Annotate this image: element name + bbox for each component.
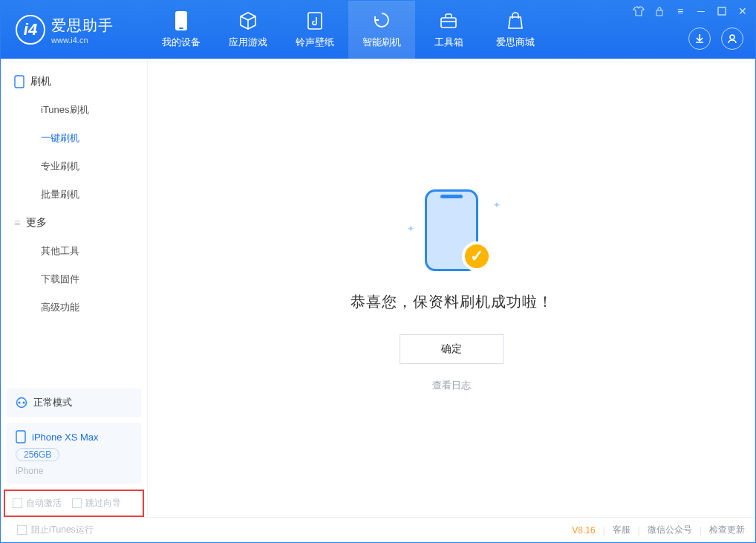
body: 刷机 iTunes刷机 一键刷机 专业刷机 批量刷机 ≡ 更多 其他工具 下载固… [1,59,755,517]
flash-options-highlight: 自动激活 跳过向导 [4,490,144,517]
svg-rect-8 [15,76,24,88]
phone-outline-icon [14,75,25,88]
svg-rect-7 [718,7,726,15]
checkbox-icon [72,498,82,508]
app-url: www.i4.cn [51,36,114,45]
check-badge-icon: ✓ [462,241,492,271]
svg-point-5 [730,35,734,39]
mode-indicator[interactable]: 正常模式 [7,388,141,417]
ok-button[interactable]: 确定 [400,334,504,364]
window-controls: ≡ ─ ✕ [630,4,751,19]
device-name: iPhone XS Max [32,432,99,443]
sparkle-icon: ✦ [407,224,414,234]
device-type: iPhone [16,466,132,476]
menu-icon[interactable]: ≡ [672,4,688,19]
main-content: ✦ ✦ ✓ 恭喜您，保资料刷机成功啦！ 确定 查看日志 [148,59,755,517]
success-illustration: ✦ ✦ ✓ [407,183,496,273]
shield-refresh-icon [371,10,392,31]
close-button[interactable]: ✕ [734,4,751,19]
toolbox-icon [438,10,459,31]
sync-icon [16,397,27,409]
sidebar-item-itunes-flash[interactable]: iTunes刷机 [1,96,147,124]
link-wechat[interactable]: 微信公众号 [648,524,692,536]
svg-rect-1 [179,27,183,29]
tab-apps-games[interactable]: 应用游戏 [215,1,281,59]
checkbox-stop-itunes[interactable]: 阻止iTunes运行 [17,524,94,536]
download-button[interactable] [688,27,711,50]
sparkle-icon: ✦ [493,200,501,210]
sidebar-group-flash: 刷机 [1,68,147,96]
list-icon: ≡ [14,217,20,229]
sidebar-item-other-tools[interactable]: 其他工具 [1,237,147,265]
view-log-link[interactable]: 查看日志 [432,379,471,392]
header-actions [688,27,743,50]
sidebar-item-advanced[interactable]: 高级功能 [1,293,147,322]
tab-toolbox[interactable]: 工具箱 [415,1,482,59]
logo-icon: i4 [16,15,45,45]
device-icon [171,10,192,31]
app-name: 爱思助手 [51,16,114,36]
sidebar-item-pro-flash[interactable]: 专业刷机 [1,152,147,181]
sidebar-bottom: 正常模式 iPhone XS Max 256GB iPhone 自动激活 [1,383,147,517]
checkbox-auto-activate[interactable]: 自动激活 [13,497,62,510]
tab-smart-flash[interactable]: 智能刷机 [348,1,415,59]
svg-point-10 [19,402,21,404]
app-window: i4 爱思助手 www.i4.cn 我的设备 应用游戏 铃声壁纸 智能刷机 [0,0,756,543]
maximize-button[interactable] [714,4,730,19]
minimize-button[interactable]: ─ [693,4,709,19]
checkbox-icon [17,525,27,535]
svg-rect-12 [16,431,25,443]
bag-icon [505,10,526,31]
svg-rect-6 [656,10,662,16]
sidebar-group-more: ≡ 更多 [1,209,147,237]
device-capacity: 256GB [16,448,59,461]
cube-icon [238,10,258,31]
link-customer-service[interactable]: 客服 [613,524,630,536]
sidebar-item-download-firmware[interactable]: 下载固件 [1,265,147,293]
device-small-icon [16,430,26,443]
titlebar: i4 爱思助手 www.i4.cn 我的设备 应用游戏 铃声壁纸 智能刷机 [1,1,755,59]
checkbox-skip-guide[interactable]: 跳过向导 [72,497,121,510]
version-label: V8.16 [572,525,595,536]
checkbox-icon [13,498,22,508]
user-button[interactable] [721,27,743,50]
svg-rect-3 [441,18,456,27]
link-check-update[interactable]: 检查更新 [709,524,745,536]
main-tabs: 我的设备 应用游戏 铃声壁纸 智能刷机 工具箱 爱思商城 [148,1,549,59]
statusbar: 阻止iTunes运行 V8.16 | 客服 | 微信公众号 | 检查更新 [1,517,755,542]
tshirt-icon[interactable] [630,4,647,19]
app-logo: i4 爱思助手 www.i4.cn [1,15,148,45]
sidebar-item-oneclick-flash[interactable]: 一键刷机 [1,124,147,152]
tab-store[interactable]: 爱思商城 [482,1,549,59]
svg-point-9 [17,398,27,408]
tab-my-device[interactable]: 我的设备 [148,1,215,59]
lock-icon[interactable] [651,4,668,19]
svg-rect-2 [308,13,322,29]
music-file-icon [304,10,325,31]
device-info[interactable]: iPhone XS Max 256GB iPhone [7,423,141,484]
svg-point-11 [23,402,25,404]
tab-ringtones-wallpapers[interactable]: 铃声壁纸 [281,1,348,59]
sidebar: 刷机 iTunes刷机 一键刷机 专业刷机 批量刷机 ≡ 更多 其他工具 下载固… [1,59,148,517]
sidebar-item-batch-flash[interactable]: 批量刷机 [1,181,147,209]
success-message: 恭喜您，保资料刷机成功啦！ [351,292,553,312]
